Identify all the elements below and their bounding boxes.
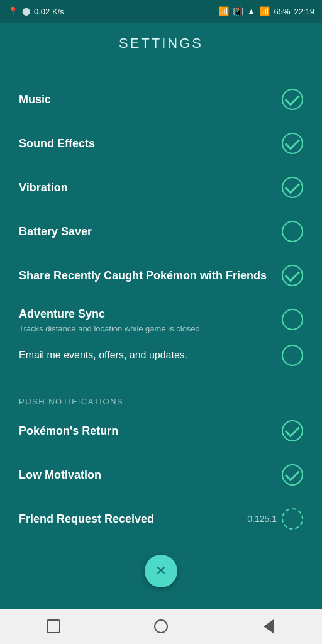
clock: 22:19 xyxy=(294,7,314,16)
circle-icon xyxy=(154,619,168,633)
push-notifications-section: PUSH NOTIFICATIONS Pokémon's Return Low … xyxy=(19,397,303,541)
setting-adventure-sync-content: Adventure Sync Tracks distance and locat… xyxy=(19,308,282,335)
section-divider xyxy=(19,384,303,384)
wifi-icon: 📶 xyxy=(259,6,270,16)
setting-email-label: Email me events, offers, and updates. xyxy=(19,350,272,361)
setting-battery-saver[interactable]: Battery Saver xyxy=(19,209,303,253)
setting-music[interactable]: Music xyxy=(19,77,303,121)
setting-share-pokemon-content: Share Recently Caught Pokémon with Frien… xyxy=(19,269,282,282)
setting-friend-request-content: Friend Request Received xyxy=(19,513,247,526)
nav-bar xyxy=(0,609,322,644)
setting-pokemon-return-label: Pokémon's Return xyxy=(19,425,272,438)
setting-share-pokemon-label: Share Recently Caught Pokémon with Frien… xyxy=(19,269,272,282)
status-bar: 📍 ⬤ 0.02 K/s 📶 📳 ▲ 📶 65% 22:19 xyxy=(0,0,322,23)
toggle-email[interactable] xyxy=(282,345,303,366)
status-bar-right: 📶 📳 ▲ 📶 65% 22:19 xyxy=(218,6,314,16)
nav-home-button[interactable] xyxy=(148,614,174,639)
sim-icon: ⬤ xyxy=(22,7,30,16)
setting-sound-effects-content: Sound Effects xyxy=(19,137,282,150)
toggle-battery-saver[interactable] xyxy=(282,221,303,242)
nav-back-button[interactable] xyxy=(256,614,281,639)
toggle-music[interactable] xyxy=(282,89,303,110)
settings-content: SETTINGS Music Sound Effects Vibration xyxy=(0,23,322,609)
status-bar-left: 📍 ⬤ 0.02 K/s xyxy=(8,6,64,16)
setting-battery-saver-label: Battery Saver xyxy=(19,225,272,238)
floating-close-button[interactable] xyxy=(145,555,177,587)
setting-vibration-content: Vibration xyxy=(19,181,282,194)
signal-icon: ▲ xyxy=(247,6,256,16)
setting-pokemon-return-content: Pokémon's Return xyxy=(19,425,282,438)
setting-email[interactable]: Email me events, offers, and updates. xyxy=(19,340,303,377)
setting-pokemon-return[interactable]: Pokémon's Return xyxy=(19,409,303,453)
setting-share-pokemon[interactable]: Share Recently Caught Pokémon with Frien… xyxy=(19,253,303,297)
setting-adventure-sync-sublabel: Tracks distance and location while game … xyxy=(19,323,272,335)
page-title: SETTINGS xyxy=(19,35,303,52)
setting-friend-request[interactable]: Friend Request Received 0.125.1 xyxy=(19,497,303,541)
setting-adventure-sync-label: Adventure Sync xyxy=(19,308,272,321)
title-divider xyxy=(111,58,211,58)
back-icon xyxy=(264,619,274,633)
push-notifications-header: PUSH NOTIFICATIONS xyxy=(19,397,303,406)
setting-low-motivation[interactable]: Low Motivation xyxy=(19,453,303,497)
push-notifications-list: Pokémon's Return Low Motivation Friend R… xyxy=(19,409,303,541)
setting-battery-saver-content: Battery Saver xyxy=(19,225,282,238)
toggle-low-motivation[interactable] xyxy=(282,464,303,486)
version-label: 0.125.1 xyxy=(247,514,277,524)
toggle-share-pokemon[interactable] xyxy=(282,265,303,286)
settings-list: Music Sound Effects Vibration Battery Sa… xyxy=(19,77,303,377)
toggle-friend-request[interactable] xyxy=(282,508,303,530)
vibrate-icon: 📳 xyxy=(233,6,243,16)
bluetooth-icon: 📶 xyxy=(218,6,229,16)
toggle-sound-effects[interactable] xyxy=(282,133,303,154)
setting-low-motivation-label: Low Motivation xyxy=(19,469,272,482)
setting-vibration-label: Vibration xyxy=(19,181,272,194)
setting-sound-effects[interactable]: Sound Effects xyxy=(19,121,303,165)
toggle-vibration[interactable] xyxy=(282,177,303,198)
setting-music-content: Music xyxy=(19,93,282,106)
setting-low-motivation-content: Low Motivation xyxy=(19,469,282,482)
battery-level: 65% xyxy=(274,7,290,16)
setting-sound-effects-label: Sound Effects xyxy=(19,137,272,150)
setting-adventure-sync[interactable]: Adventure Sync Tracks distance and locat… xyxy=(19,297,303,340)
setting-vibration[interactable]: Vibration xyxy=(19,165,303,209)
toggle-pokemon-return[interactable] xyxy=(282,420,303,441)
location-icon: 📍 xyxy=(8,6,18,16)
toggle-adventure-sync[interactable] xyxy=(282,309,303,330)
setting-music-label: Music xyxy=(19,93,272,106)
data-speed: 0.02 K/s xyxy=(34,7,64,16)
setting-friend-request-label: Friend Request Received xyxy=(19,513,237,526)
setting-email-content: Email me events, offers, and updates. xyxy=(19,350,282,361)
nav-recent-apps-button[interactable] xyxy=(41,614,66,639)
square-icon xyxy=(47,619,60,633)
